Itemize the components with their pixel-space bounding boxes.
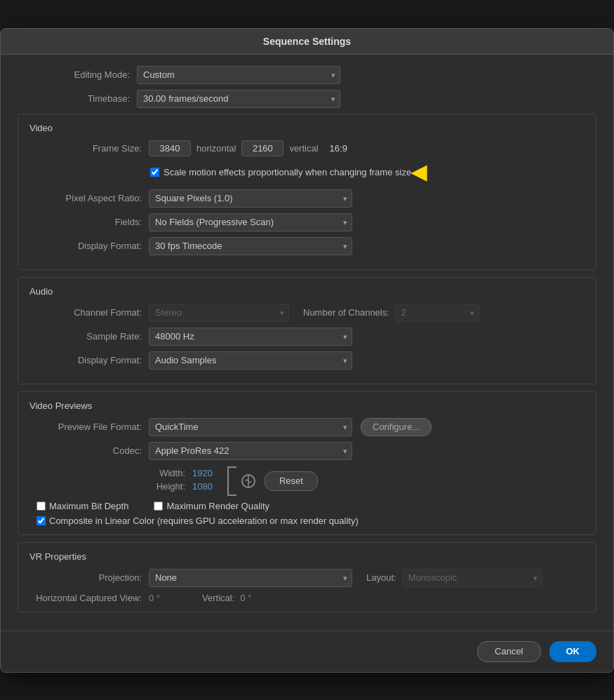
frame-size-row: Frame Size: horizontal vertical 16:9 <box>29 140 585 156</box>
max-render-quality-checkbox[interactable] <box>154 502 163 511</box>
timebase-select-wrapper: 30.00 frames/second <box>137 90 340 108</box>
display-format-select-wrapper: 30 fps Timecode <box>149 237 352 255</box>
video-previews-section: Video Previews Preview File Format: Quic… <box>18 391 596 535</box>
timebase-label: Timebase: <box>18 93 130 104</box>
display-format-row: Display Format: 30 fps Timecode <box>29 237 585 255</box>
dialog-footer: Cancel OK <box>1 631 613 672</box>
layout-label: Layout: <box>366 572 396 583</box>
vr-projection-row: Projection: None Layout: Monoscopic <box>29 569 585 587</box>
scale-motion-checkbox[interactable] <box>150 168 159 177</box>
bracket-svg <box>224 466 238 497</box>
num-channels-select: 2 <box>395 304 479 322</box>
vertical-value: 0 ° <box>240 593 251 603</box>
editing-mode-label: Editing Mode: <box>18 69 130 80</box>
preview-file-format-label: Preview File Format: <box>29 422 142 432</box>
bit-depth-render-quality-row: Maximum Bit Depth Maximum Render Quality <box>29 501 585 511</box>
composite-linear-checkbox[interactable] <box>36 516 46 525</box>
composite-label[interactable]: Composite in Linear Color (requires GPU … <box>49 516 359 526</box>
num-channels-select-wrapper: 2 <box>395 304 479 322</box>
layout-select-wrapper: Monoscopic <box>402 569 542 587</box>
channel-format-select-wrapper: Stereo <box>149 304 289 322</box>
horizontal-captured-value: 0 ° <box>149 593 160 603</box>
sample-rate-label: Sample Rate: <box>29 331 142 342</box>
captured-view-row: Horizontal Captured View: 0 ° Vertical: … <box>29 593 585 603</box>
vr-layout-right: Layout: Monoscopic <box>366 569 542 587</box>
configure-button[interactable]: Configure... <box>361 418 432 436</box>
codec-row: Codec: Apple ProRes 422 <box>29 442 585 460</box>
channel-format-label: Channel Format: <box>29 307 142 318</box>
preview-file-format-select-wrapper: QuickTime <box>149 418 352 436</box>
sequence-settings-dialog: Sequence Settings Editing Mode: Custom T… <box>0 28 614 673</box>
horizontal-captured-label: Horizontal Captured View: <box>29 593 142 603</box>
link-icon[interactable] <box>241 473 256 489</box>
preview-file-format-row: Preview File Format: QuickTime Configure… <box>29 418 585 436</box>
video-section-title: Video <box>29 123 585 133</box>
title-text: Sequence Settings <box>263 36 351 47</box>
reset-label: Reset <box>279 476 303 486</box>
dialog-title: Sequence Settings <box>1 29 613 55</box>
wh-fields: Width: 1920 Height: 1080 <box>150 468 213 494</box>
scale-motion-row: Scale motion effects proportionally when… <box>150 161 585 184</box>
sample-rate-row: Sample Rate: 48000 Hz <box>29 328 585 346</box>
audio-section: Audio Channel Format: Stereo Number of C… <box>18 277 596 384</box>
pixel-aspect-ratio-select[interactable]: Square Pixels (1.0) <box>149 189 352 208</box>
link-icon-area <box>224 466 256 497</box>
codec-select-wrapper: Apple ProRes 422 <box>149 442 352 460</box>
audio-display-format-select[interactable]: Audio Samples <box>149 351 352 370</box>
display-format-select[interactable]: 30 fps Timecode <box>149 237 352 255</box>
ok-button[interactable]: OK <box>549 641 597 662</box>
num-channels-label: Number of Channels: <box>303 307 389 318</box>
vertical-label: vertical <box>289 143 318 154</box>
vr-section-title: VR Properties <box>29 551 585 562</box>
frame-height-input[interactable] <box>241 140 283 156</box>
vertical-label: Vertical: <box>202 593 234 603</box>
sample-rate-select-wrapper: 48000 Hz <box>149 328 352 346</box>
layout-select: Monoscopic <box>402 569 542 587</box>
editing-mode-row: Editing Mode: Custom <box>18 66 596 84</box>
pixel-aspect-ratio-label: Pixel Aspect Ratio: <box>29 193 142 203</box>
max-render-quality-label[interactable]: Maximum Render Quality <box>166 501 269 511</box>
codec-label: Codec: <box>29 445 142 456</box>
pixel-aspect-ratio-select-wrapper: Square Pixels (1.0) <box>149 189 352 208</box>
height-label: Height: <box>150 481 185 492</box>
channel-format-select: Stereo <box>149 304 289 322</box>
projection-select-wrapper: None <box>149 569 352 587</box>
max-bit-depth-checkbox[interactable] <box>36 502 46 511</box>
frame-width-input[interactable] <box>149 140 191 156</box>
fields-select[interactable]: No Fields (Progressive Scan) <box>149 213 352 231</box>
arrow-annotation: ◀ <box>411 161 427 184</box>
preview-file-format-select[interactable]: QuickTime <box>149 418 352 436</box>
configure-label: Configure... <box>373 422 420 432</box>
composite-row: Composite in Linear Color (requires GPU … <box>29 516 585 526</box>
width-label: Width: <box>150 468 185 478</box>
frame-size-label: Frame Size: <box>29 143 142 154</box>
height-row: Height: 1080 <box>150 481 213 492</box>
vr-properties-section: VR Properties Projection: None Layout: M… <box>18 542 596 612</box>
horizontal-label: horizontal <box>196 143 236 154</box>
timebase-select[interactable]: 30.00 frames/second <box>137 90 340 108</box>
sample-rate-select[interactable]: 48000 Hz <box>149 328 352 346</box>
fields-select-wrapper: No Fields (Progressive Scan) <box>149 213 352 231</box>
aspect-ratio: 16:9 <box>330 143 347 154</box>
cancel-button[interactable]: Cancel <box>477 641 540 662</box>
fields-row: Fields: No Fields (Progressive Scan) <box>29 213 585 231</box>
scale-motion-label[interactable]: Scale motion effects proportionally when… <box>163 167 411 177</box>
max-bit-depth-label[interactable]: Maximum Bit Depth <box>49 501 128 511</box>
width-value: 1920 <box>192 468 213 478</box>
pixel-aspect-ratio-row: Pixel Aspect Ratio: Square Pixels (1.0) <box>29 189 585 208</box>
audio-display-format-label: Display Format: <box>29 355 142 365</box>
editing-mode-select[interactable]: Custom <box>137 66 340 84</box>
editing-mode-select-wrapper: Custom <box>137 66 340 84</box>
projection-label: Projection: <box>29 572 142 583</box>
ok-label: OK <box>566 646 580 657</box>
reset-button[interactable]: Reset <box>265 471 318 491</box>
timebase-row: Timebase: 30.00 frames/second <box>18 90 596 108</box>
channel-format-row: Channel Format: Stereo Number of Channel… <box>29 304 585 322</box>
audio-section-title: Audio <box>29 286 585 297</box>
projection-select[interactable]: None <box>149 569 352 587</box>
video-previews-title: Video Previews <box>29 401 585 411</box>
cancel-label: Cancel <box>495 646 523 657</box>
audio-display-format-row: Display Format: Audio Samples <box>29 351 585 370</box>
video-section: Video Frame Size: horizontal vertical 16… <box>18 114 596 270</box>
codec-select[interactable]: Apple ProRes 422 <box>149 442 352 460</box>
